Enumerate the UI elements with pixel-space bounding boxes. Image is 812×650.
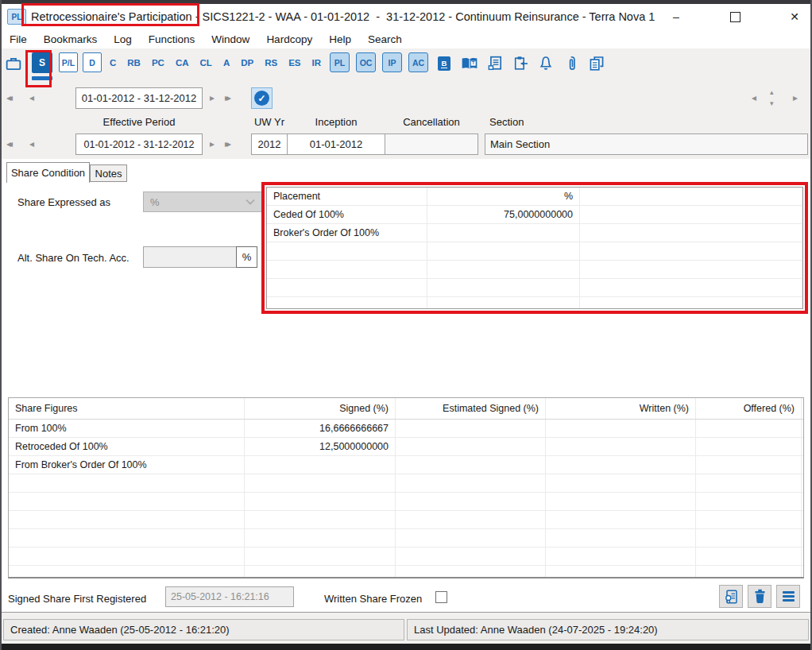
- nav-first-button[interactable]: ◂◂: [6, 93, 13, 103]
- maximize-button[interactable]: [730, 12, 740, 22]
- table-row[interactable]: Retroceded Of 100%12,5000000000: [9, 438, 803, 456]
- toolbar-button-cl[interactable]: CL: [200, 52, 212, 73]
- inception-field[interactable]: 01-01-2012: [287, 133, 385, 155]
- toolbar-badge-ip[interactable]: IP: [382, 52, 402, 72]
- toolbar-button-rb[interactable]: RB: [127, 52, 141, 73]
- table-cell: [546, 420, 696, 437]
- uw-yr-field[interactable]: 2012: [251, 133, 288, 155]
- book-b-icon[interactable]: B: [434, 52, 454, 74]
- toolbar-button-a[interactable]: A: [223, 52, 230, 73]
- menu-search[interactable]: Search: [368, 33, 402, 45]
- pager-up-button[interactable]: ▴: [770, 87, 774, 97]
- table-row[interactable]: Placement%: [267, 188, 802, 206]
- table-cell: [267, 297, 427, 309]
- menu-functions[interactable]: Functions: [149, 33, 195, 45]
- toolbar-button-pc[interactable]: PC: [152, 52, 164, 73]
- tab-notes[interactable]: Notes: [90, 164, 127, 182]
- menu-bookmarks[interactable]: Bookmarks: [44, 33, 98, 45]
- toolbar-badge-pl[interactable]: PL: [330, 52, 350, 72]
- table-cell: [546, 566, 696, 578]
- toolbar-button-rs[interactable]: RS: [265, 52, 277, 73]
- written-share-frozen-checkbox[interactable]: [435, 591, 447, 603]
- table-row[interactable]: From Broker's Order Of 100%: [9, 456, 803, 474]
- share-expressed-select[interactable]: %: [143, 192, 262, 212]
- menu-log[interactable]: Log: [114, 33, 132, 45]
- menu-hardcopy[interactable]: Hardcopy: [266, 33, 312, 45]
- table-cell: [427, 261, 580, 278]
- table-row[interactable]: Ceded Of 100%75,0000000000: [267, 206, 802, 224]
- menu-file[interactable]: File: [10, 33, 27, 45]
- table-cell: [267, 279, 427, 296]
- table-cell: [546, 474, 696, 492]
- table-row[interactable]: [267, 279, 802, 297]
- effective-period-top-field[interactable]: 01-01-2012 - 31-12-2012: [75, 87, 203, 109]
- record-selected-toggle[interactable]: ✓: [251, 87, 273, 109]
- table-row[interactable]: [267, 261, 802, 279]
- table-cell: [580, 297, 802, 309]
- column-header: Share Figures: [9, 398, 245, 419]
- nav2-prev-button[interactable]: ◂: [29, 139, 34, 149]
- toolbar-button-d[interactable]: D: [83, 52, 102, 72]
- document-lines-icon[interactable]: [485, 52, 505, 74]
- copy-pages-icon[interactable]: [586, 52, 607, 74]
- paperclip-icon[interactable]: [561, 52, 582, 74]
- toolbar-button-c[interactable]: C: [110, 52, 116, 73]
- table-row[interactable]: [9, 529, 803, 547]
- nav-next-button[interactable]: ▸: [210, 93, 215, 103]
- table-row[interactable]: [9, 511, 803, 529]
- table-cell: [802, 438, 804, 455]
- table-cell: 75,0000000000: [427, 206, 580, 223]
- table-row[interactable]: [267, 242, 802, 261]
- table-row[interactable]: [9, 474, 803, 493]
- table-row[interactable]: [9, 493, 803, 511]
- toolbar-button-ir[interactable]: IR: [312, 52, 322, 73]
- menu-help[interactable]: Help: [329, 33, 351, 45]
- toolbar-badge-ac[interactable]: AC: [408, 52, 428, 72]
- toolbar-button-es[interactable]: ES: [288, 52, 300, 73]
- briefcase-icon[interactable]: [5, 52, 22, 74]
- table-row[interactable]: Broker's Order Of 100%: [267, 224, 802, 242]
- alt-share-input[interactable]: [143, 246, 237, 268]
- register-document-button[interactable]: [719, 585, 743, 608]
- toolbar-button-ca[interactable]: CA: [176, 52, 189, 73]
- cancellation-field[interactable]: [385, 133, 478, 155]
- toolbar-button-pl-outline[interactable]: P/L: [59, 52, 78, 72]
- inception-label: Inception: [287, 116, 385, 128]
- table-row[interactable]: [9, 566, 803, 578]
- table-row[interactable]: [267, 297, 802, 309]
- table-cell: [580, 279, 802, 296]
- delete-button[interactable]: [748, 585, 771, 608]
- menu-button[interactable]: [776, 585, 800, 608]
- close-button[interactable]: ✕: [787, 10, 802, 23]
- toolbar-badge-oc[interactable]: OC: [356, 52, 376, 72]
- tab-share-condition[interactable]: Share Condition: [6, 162, 90, 183]
- pager-right-button[interactable]: ▸: [793, 93, 798, 103]
- table-cell: [802, 493, 804, 510]
- table-cell: [580, 188, 802, 205]
- nav2-first-button[interactable]: ◂◂: [6, 139, 13, 149]
- open-book-t-icon[interactable]: T: [459, 52, 480, 74]
- nav-last-button[interactable]: ▸▸: [225, 93, 231, 103]
- column-header: [802, 398, 804, 419]
- table-cell: [580, 261, 802, 278]
- pager-down-button[interactable]: ▾: [770, 99, 774, 108]
- share-view-button[interactable]: S: [32, 52, 52, 73]
- clipboard-import-icon[interactable]: [510, 52, 531, 74]
- menu-window[interactable]: Window: [211, 33, 249, 45]
- pager-left-button[interactable]: ◂: [752, 93, 756, 103]
- table-cell: [580, 242, 802, 260]
- toolbar-button-dp[interactable]: DP: [241, 52, 253, 73]
- bell-icon[interactable]: [536, 52, 556, 74]
- nav2-last-button[interactable]: ▸▸: [225, 139, 231, 149]
- table-cell: [696, 438, 802, 455]
- nav2-next-button[interactable]: ▸: [210, 139, 215, 149]
- table-cell: [802, 511, 804, 528]
- section-field[interactable]: Main Section: [485, 133, 808, 155]
- effective-period-bottom-field[interactable]: 01-01-2012 - 31-12-2012: [75, 133, 203, 155]
- table-row[interactable]: [9, 547, 803, 566]
- table-cell: [9, 474, 245, 492]
- table-row[interactable]: From 100%16,6666666667: [9, 420, 803, 438]
- menu-icon: [783, 591, 795, 602]
- nav-prev-button[interactable]: ◂: [29, 93, 34, 103]
- minimize-button[interactable]: –: [668, 10, 684, 23]
